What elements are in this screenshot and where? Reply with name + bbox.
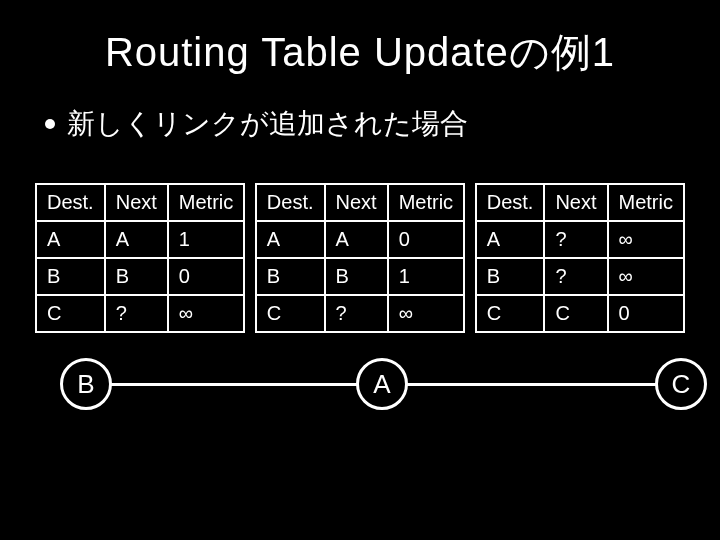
- cell-next: ?: [105, 295, 168, 332]
- cell-dest: C: [476, 295, 545, 332]
- header-next: Next: [105, 184, 168, 221]
- cell-dest: A: [256, 221, 325, 258]
- cell-dest: B: [256, 258, 325, 295]
- cell-metric: ∞: [388, 295, 464, 332]
- routing-table-c: Dest. Next Metric A ? ∞ B ? ∞ C C 0: [475, 183, 685, 333]
- table-row: B B 1: [256, 258, 464, 295]
- slide-title: Routing Table Updateの例1: [30, 25, 690, 80]
- table-header-row: Dest. Next Metric: [36, 184, 244, 221]
- cell-metric: 0: [388, 221, 464, 258]
- cell-dest: C: [256, 295, 325, 332]
- table-row: B ? ∞: [476, 258, 684, 295]
- cell-next: ?: [544, 258, 607, 295]
- cell-dest: A: [476, 221, 545, 258]
- header-dest: Dest.: [36, 184, 105, 221]
- cell-next: ?: [325, 295, 388, 332]
- table-row: A ? ∞: [476, 221, 684, 258]
- routing-table-b: Dest. Next Metric A A 1 B B 0 C ? ∞: [35, 183, 245, 333]
- cell-dest: A: [36, 221, 105, 258]
- table-row: C ? ∞: [36, 295, 244, 332]
- header-metric: Metric: [168, 184, 244, 221]
- link-a-c: [405, 383, 660, 386]
- cell-metric: 1: [168, 221, 244, 258]
- cell-next: B: [325, 258, 388, 295]
- table-header-row: Dest. Next Metric: [476, 184, 684, 221]
- cell-next: B: [105, 258, 168, 295]
- slide: Routing Table Updateの例1 新しくリンクが追加された場合 D…: [0, 0, 720, 540]
- bullet-text: 新しくリンクが追加された場合: [67, 105, 468, 143]
- cell-next: A: [105, 221, 168, 258]
- cell-dest: B: [476, 258, 545, 295]
- header-next: Next: [325, 184, 388, 221]
- node-a: A: [356, 358, 408, 410]
- node-b: B: [60, 358, 112, 410]
- cell-metric: 0: [168, 258, 244, 295]
- table-header-row: Dest. Next Metric: [256, 184, 464, 221]
- cell-metric: 0: [608, 295, 684, 332]
- network-diagram: B A C: [30, 358, 690, 438]
- header-next: Next: [544, 184, 607, 221]
- tables-row: Dest. Next Metric A A 1 B B 0 C ? ∞ D: [30, 183, 690, 333]
- bullet-row: 新しくリンクが追加された場合: [45, 105, 690, 143]
- routing-table-a: Dest. Next Metric A A 0 B B 1 C ? ∞: [255, 183, 465, 333]
- table-row: C C 0: [476, 295, 684, 332]
- table-row: B B 0: [36, 258, 244, 295]
- cell-next: A: [325, 221, 388, 258]
- header-dest: Dest.: [476, 184, 545, 221]
- table-row: A A 0: [256, 221, 464, 258]
- table-row: A A 1: [36, 221, 244, 258]
- cell-next: ?: [544, 221, 607, 258]
- cell-metric: 1: [388, 258, 464, 295]
- cell-metric: ∞: [608, 258, 684, 295]
- header-metric: Metric: [388, 184, 464, 221]
- bullet-icon: [45, 119, 55, 129]
- cell-metric: ∞: [608, 221, 684, 258]
- header-dest: Dest.: [256, 184, 325, 221]
- link-b-a: [105, 383, 360, 386]
- cell-dest: B: [36, 258, 105, 295]
- node-c: C: [655, 358, 707, 410]
- cell-next: C: [544, 295, 607, 332]
- header-metric: Metric: [608, 184, 684, 221]
- cell-dest: C: [36, 295, 105, 332]
- node-label: B: [77, 369, 94, 400]
- node-label: A: [373, 369, 390, 400]
- cell-metric: ∞: [168, 295, 244, 332]
- node-label: C: [672, 369, 691, 400]
- table-row: C ? ∞: [256, 295, 464, 332]
